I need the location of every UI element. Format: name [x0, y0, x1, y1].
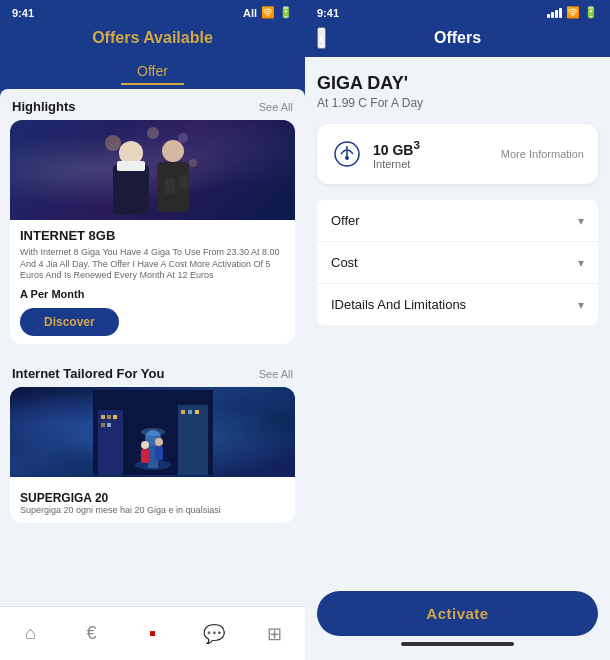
accordion-cost-label: Cost — [331, 255, 358, 270]
offer-subtitle: At 1.99 C For A Day — [317, 96, 598, 110]
battery-icon-left: 🔋 — [279, 6, 293, 19]
svg-rect-9 — [165, 178, 175, 194]
discover-button[interactable]: Discover — [20, 308, 119, 336]
card2-wrapper: SUPERGIGA 20 Supergiga 20 ogni mese hai … — [10, 387, 295, 523]
svg-rect-13 — [101, 415, 105, 419]
offer-gb-label: 10 GB3 — [373, 138, 420, 158]
card1-image-inner — [10, 120, 295, 220]
status-icons-left: All 🛜 🔋 — [243, 6, 293, 19]
left-panel: 9:41 All 🛜 🔋 Offers Available Offer High… — [0, 0, 305, 660]
offer-info-left: 10 GB3 Internet — [331, 138, 420, 170]
card1-description: With Internet 8 Giga You Have 4 Giga To … — [20, 247, 285, 282]
card2-image — [10, 387, 295, 477]
right-bottom: Activate — [305, 579, 610, 660]
signal-bar-4 — [559, 8, 562, 18]
card2-image-inner — [10, 387, 295, 477]
svg-point-1 — [178, 133, 188, 143]
svg-point-29 — [141, 428, 165, 436]
more-info-button[interactable]: More Information — [501, 148, 584, 160]
svg-point-27 — [155, 438, 163, 446]
accordion-details[interactable]: IDetails And Limitations ▾ — [317, 284, 598, 325]
offer-info-card: 10 GB3 Internet More Information — [317, 124, 598, 184]
status-icons-right: 🛜 🔋 — [547, 6, 598, 19]
highlights-section-header: Highlights See All — [0, 89, 305, 120]
highlight-card-1: INTERNET 8GB With Internet 8 Giga You Ha… — [10, 120, 295, 344]
time-right: 9:41 — [317, 7, 339, 19]
svg-rect-16 — [101, 423, 105, 427]
accordion-offer-label: Offer — [331, 213, 360, 228]
accordion-offer[interactable]: Offer ▾ — [317, 200, 598, 242]
right-content: GIGA DAY' At 1.99 C For A Day 10 GB3 — [305, 57, 610, 579]
grid-icon: ⊞ — [267, 623, 282, 645]
card2-illustration — [93, 390, 213, 475]
svg-point-7 — [162, 140, 184, 162]
svg-rect-12 — [98, 410, 123, 475]
see-all-section2[interactable]: See All — [259, 368, 293, 380]
wifi-icon-right: 🛜 — [566, 6, 580, 19]
svg-rect-14 — [107, 415, 111, 419]
nav-euro[interactable]: € — [70, 612, 114, 656]
offer-main-title: GIGA DAY' — [317, 73, 598, 94]
svg-rect-15 — [113, 415, 117, 419]
back-button[interactable]: ‹ — [317, 27, 326, 49]
signal-bar-2 — [551, 12, 554, 18]
svg-rect-28 — [155, 446, 163, 460]
chat-icon: 💬 — [203, 623, 225, 645]
svg-rect-5 — [113, 165, 149, 215]
section2-header: Internet Tailored For You See All — [0, 356, 305, 387]
svg-rect-19 — [181, 410, 185, 414]
card2-description: Supergiga 20 ogni mese hai 20 Giga e in … — [20, 505, 285, 515]
svg-rect-10 — [179, 175, 188, 189]
chevron-down-icon-details: ▾ — [578, 298, 584, 312]
home-indicator — [401, 642, 513, 646]
card1-illustration — [93, 123, 213, 218]
svg-rect-21 — [195, 410, 199, 414]
svg-rect-17 — [107, 423, 111, 427]
sim-icon: ▪ — [149, 622, 156, 645]
nav-grid[interactable]: ⊞ — [253, 612, 297, 656]
right-nav-bar: ‹ Offers — [305, 25, 610, 57]
card2-title: SUPERGIGA 20 — [20, 491, 285, 505]
svg-point-25 — [141, 441, 149, 449]
signal-bars — [547, 8, 562, 18]
accordion-details-label: IDetails And Limitations — [331, 297, 466, 312]
accordion-section: Offer ▾ Cost ▾ IDetails And Limitations … — [317, 200, 598, 325]
card1-image — [10, 120, 295, 220]
euro-icon: € — [86, 623, 96, 644]
svg-rect-18 — [178, 405, 208, 475]
highlights-label: Highlights — [12, 99, 76, 114]
svg-point-3 — [189, 159, 197, 167]
svg-rect-20 — [188, 410, 192, 414]
tab-offer[interactable]: Offer — [121, 59, 184, 85]
nav-sim[interactable]: ▪ — [131, 612, 175, 656]
chevron-down-icon-offer: ▾ — [578, 214, 584, 228]
svg-point-32 — [345, 156, 349, 160]
bottom-nav: ⌂ € ▪ 💬 ⊞ — [0, 606, 305, 660]
left-content: Highlights See All — [0, 89, 305, 606]
signal-bar-1 — [547, 14, 550, 18]
nav-chat[interactable]: 💬 — [192, 612, 236, 656]
accordion-cost[interactable]: Cost ▾ — [317, 242, 598, 284]
right-header-title: Offers — [434, 29, 481, 47]
status-bar-left: 9:41 All 🛜 🔋 — [0, 0, 305, 25]
superscript: 3 — [413, 138, 419, 151]
status-bar-right: 9:41 🛜 🔋 — [305, 0, 610, 25]
tabs-container: Offer — [0, 55, 305, 89]
right-panel: 9:41 🛜 🔋 ‹ Offers GIGA DAY' At 1.99 C Fo… — [305, 0, 610, 660]
card1-price: A Per Month — [20, 288, 285, 300]
svg-point-0 — [105, 135, 121, 151]
card1-body: INTERNET 8GB With Internet 8 Giga You Ha… — [10, 220, 295, 344]
card2-body: SUPERGIGA 20 Supergiga 20 ogni mese hai … — [10, 477, 295, 523]
page-title: Offers Available — [0, 29, 305, 47]
nav-home[interactable]: ⌂ — [9, 612, 53, 656]
svg-rect-26 — [141, 449, 149, 463]
section2: Internet Tailored For You See All — [0, 344, 305, 523]
activate-button[interactable]: Activate — [317, 591, 598, 636]
left-header: Offers Available — [0, 25, 305, 55]
offer-data-info: 10 GB3 Internet — [373, 138, 420, 170]
see-all-highlights[interactable]: See All — [259, 101, 293, 113]
section2-label: Internet Tailored For You — [12, 366, 164, 381]
card1-title: INTERNET 8GB — [20, 228, 285, 243]
right-header-bg: 9:41 🛜 🔋 ‹ Offers — [305, 0, 610, 57]
svg-rect-6 — [117, 161, 145, 171]
